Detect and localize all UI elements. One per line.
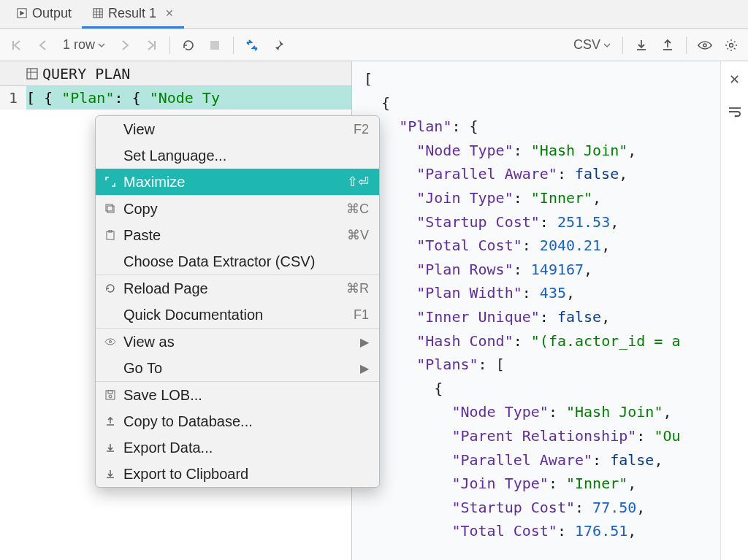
- preview-side-toolbar: ✕: [720, 61, 748, 560]
- close-preview-button[interactable]: ✕: [724, 69, 746, 91]
- cell-query-plan[interactable]: [ { "Plan": { "Node Ty: [26, 89, 220, 107]
- ctx-choose-extractor[interactable]: Choose Data Extractor (CSV): [96, 248, 379, 275]
- compare-button[interactable]: [241, 34, 263, 56]
- ctx-quick-doc[interactable]: Quick Documentation F1: [96, 302, 379, 328]
- tab-output[interactable]: Output: [6, 0, 82, 28]
- submenu-arrow-icon: ▶: [360, 361, 369, 375]
- table-row[interactable]: 1 [ { "Plan": { "Node Ty: [0, 86, 351, 110]
- json-viewer[interactable]: [ { "Plan": { "Node Type": "Hash Join", …: [352, 61, 720, 560]
- svg-rect-16: [27, 69, 37, 79]
- submenu-arrow-icon: ▶: [360, 335, 369, 349]
- ctx-save-lob[interactable]: Save LOB...: [96, 382, 379, 408]
- tab-result-1[interactable]: Result 1 ✕: [82, 0, 184, 28]
- eye-icon: [103, 337, 118, 346]
- last-page-button[interactable]: [140, 34, 162, 56]
- table-icon: [92, 7, 104, 19]
- ctx-paste[interactable]: Paste ⌘V: [96, 222, 379, 248]
- context-menu: View F2 Set Language... Maximize ⇧⏎ Copy…: [95, 115, 380, 488]
- ctx-go-to[interactable]: Go To ▶: [96, 355, 379, 381]
- tab-output-label: Output: [32, 6, 72, 21]
- column-header[interactable]: QUERY PLAN: [0, 61, 351, 86]
- row-number: 1: [0, 86, 26, 110]
- close-icon[interactable]: ✕: [165, 7, 174, 19]
- separator: [686, 37, 687, 54]
- tab-bar: Output Result 1 ✕: [0, 0, 748, 29]
- pin-button[interactable]: [267, 34, 289, 56]
- ctx-reload[interactable]: Reload Page ⌘R: [96, 275, 379, 302]
- stop-button[interactable]: [204, 34, 226, 56]
- first-page-button[interactable]: [6, 34, 28, 56]
- table-icon: [26, 68, 38, 80]
- ctx-set-language[interactable]: Set Language...: [96, 142, 379, 169]
- value-preview-pane: [ { "Plan": { "Node Type": "Hash Join", …: [352, 61, 748, 560]
- svg-rect-2: [94, 9, 102, 18]
- paste-icon: [103, 230, 118, 240]
- tab-result-label: Result 1: [108, 6, 156, 21]
- maximize-icon: [103, 177, 118, 187]
- svg-point-15: [730, 43, 733, 47]
- download-icon: [103, 469, 118, 479]
- separator: [622, 37, 623, 54]
- extractor-label: CSV: [573, 37, 600, 53]
- reload-button[interactable]: [178, 34, 199, 56]
- download-button[interactable]: [630, 34, 652, 56]
- ctx-export-clipboard[interactable]: Export to Clipboard: [96, 461, 379, 487]
- separator: [233, 37, 234, 54]
- column-header-label: QUERY PLAN: [42, 65, 130, 83]
- row-count-dropdown[interactable]: 1 row: [58, 37, 110, 53]
- upload-icon: [103, 416, 118, 426]
- soft-wrap-button[interactable]: [724, 101, 746, 123]
- view-mode-button[interactable]: [694, 34, 716, 56]
- chevron-down-icon: [98, 42, 105, 48]
- ctx-view[interactable]: View F2: [96, 116, 379, 142]
- download-icon: [103, 442, 118, 453]
- chevron-down-icon: [603, 42, 611, 48]
- copy-icon: [103, 204, 118, 214]
- separator: [169, 37, 170, 54]
- svg-rect-9: [210, 41, 219, 50]
- svg-point-14: [703, 44, 706, 47]
- next-page-button[interactable]: [114, 34, 136, 56]
- svg-point-24: [110, 341, 112, 343]
- reload-icon: [103, 283, 118, 294]
- prev-page-button[interactable]: [32, 34, 54, 56]
- svg-point-27: [109, 395, 112, 398]
- svg-rect-21: [106, 204, 112, 211]
- svg-rect-20: [107, 206, 114, 212]
- settings-button[interactable]: [720, 34, 742, 56]
- data-extractor-dropdown[interactable]: CSV: [569, 37, 615, 53]
- save-icon: [103, 390, 118, 400]
- ctx-maximize[interactable]: Maximize ⇧⏎: [96, 169, 379, 195]
- ctx-view-as[interactable]: View as ▶: [96, 329, 379, 355]
- ctx-export-data[interactable]: Export Data...: [96, 434, 379, 461]
- svg-rect-22: [107, 231, 114, 239]
- svg-rect-26: [108, 391, 112, 394]
- play-icon: [16, 7, 28, 19]
- ctx-copy-to-database[interactable]: Copy to Database...: [96, 408, 379, 434]
- upload-button[interactable]: [657, 34, 679, 56]
- row-count-label: 1 row: [63, 37, 95, 53]
- ctx-copy[interactable]: Copy ⌘C: [96, 196, 379, 222]
- toolbar: 1 row CSV: [0, 29, 748, 61]
